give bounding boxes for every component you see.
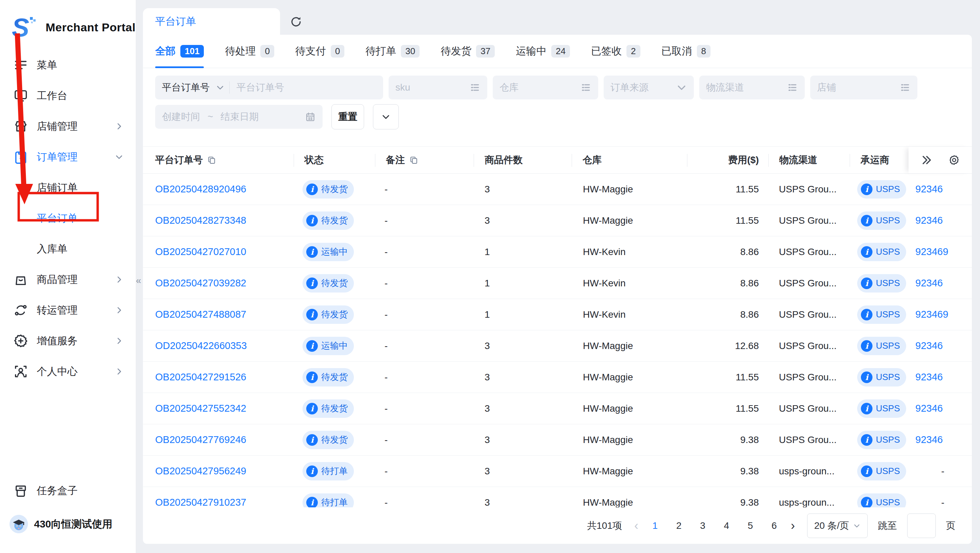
order-no-selector[interactable]: 平台订单号 [162,81,210,94]
field-divider [229,81,230,94]
sidebar-item-platform-orders[interactable]: 平台订单 [0,203,136,234]
tracking-link[interactable]: 92346 [915,215,943,226]
sidebar-item-inbound[interactable]: 入库单 [0,234,136,264]
sidebar-item-workbench[interactable]: 工作台 [0,80,136,111]
sidebar-item-menu[interactable]: 菜单 [0,50,136,80]
chevron-down-icon [115,153,124,161]
next-page-button[interactable]: › [789,520,797,532]
table-row: OB20250427291526 i 待发货 - 3 HW-Maggie 11.… [143,362,972,393]
logistics-channel-filter[interactable]: 物流渠道 [699,76,805,99]
page-number-3[interactable]: 3 [698,520,707,531]
filter-row-1: 平台订单号 平台订单号 sku 仓库 [155,76,959,99]
status-tab[interactable]: 全部 101 [155,35,204,68]
status-tab[interactable]: 待支付 0 [295,35,344,68]
order-no-link[interactable]: OD20250422660353 [155,340,247,351]
copy-icon[interactable] [207,155,216,165]
expand-filters-button[interactable] [373,104,399,129]
calendar-icon [305,112,316,122]
page-number-1[interactable]: 1 [651,520,659,531]
page-number-6[interactable]: 6 [770,520,778,531]
warehouse-filter[interactable]: 仓库 [493,76,598,99]
warehouse-cell: HW-Maggie [572,215,687,226]
jump-page-input[interactable] [907,513,936,538]
info-icon: i [861,340,872,352]
fee-cell: 9.38 [687,466,768,477]
order-no-link[interactable]: OB20250427488087 [155,309,247,320]
tracking-link[interactable]: 923469 [915,246,948,257]
tracking-link[interactable]: 92346 [915,403,943,414]
sidebar-nav: 菜单 工作台 店铺管理 订单管理 [0,41,136,387]
status-tab[interactable]: 运输中 24 [516,35,570,68]
sidebar-item-shop-orders[interactable]: 店铺订单 [0,172,136,203]
status-tab[interactable]: 已签收 2 [591,35,640,68]
sidebar-collapse-button[interactable]: « [134,272,143,289]
taskbox-icon [13,483,29,499]
expand-columns-icon[interactable] [920,154,932,166]
page-number-5[interactable]: 5 [746,520,755,531]
page-number-4[interactable]: 4 [722,520,731,531]
status-badge: i 待发货 [302,368,354,386]
status-tab[interactable]: 待处理 0 [225,35,274,68]
tracking-link[interactable]: 92346 [915,277,943,288]
info-icon: i [306,340,318,352]
copy-icon[interactable] [409,155,418,165]
page-size-select[interactable]: 20 条/页 [807,513,868,538]
badge-plus-icon [13,333,29,349]
sidebar-item-transfer-mgmt[interactable]: 转运管理 [0,295,136,325]
status-badge: i 运输中 [302,337,354,355]
sidebar-bottom: 任务盒子 430向恒测试使用 [0,475,136,533]
page-number-2[interactable]: 2 [675,520,683,531]
info-icon: i [861,277,872,289]
warehouse-cell: HW-Maggie [572,403,687,414]
jump-to-label: 跳至 [878,519,897,532]
date-range-filter[interactable]: 创建时间 ~ 结束日期 [155,105,323,129]
brand-logo-icon: S [10,14,37,41]
status-tab[interactable]: 待打单 30 [366,35,420,68]
info-icon: i [306,277,318,289]
order-source-filter[interactable]: 订单来源 [604,76,694,99]
sidebar-item-shop-mgmt[interactable]: 店铺管理 [0,111,136,142]
reset-button[interactable]: 重置 [331,104,364,129]
tracking-link[interactable]: 92346 [915,340,943,351]
sidebar-item-vas[interactable]: 增值服务 [0,325,136,356]
fee-cell: 11.55 [687,372,768,383]
gear-icon[interactable] [948,154,960,166]
order-no-link[interactable]: OB20250427769246 [155,434,247,445]
carrier-badge: i USPS [857,493,906,508]
list-icon [469,82,480,93]
order-no-link[interactable]: OB20250427027010 [155,246,247,257]
shop-filter[interactable]: 店铺 [810,76,917,99]
sidebar-item-goods-mgmt[interactable]: 商品管理 [0,264,136,295]
order-no-link[interactable]: OB20250428273348 [155,215,247,226]
tracking-link[interactable]: 923469 [915,309,948,320]
carrier-badge: i USPS [857,274,906,293]
sidebar-item-profile[interactable]: 个人中心 [0,356,136,387]
carrier-badge: i USPS [857,212,906,230]
chevron-right-icon [115,275,124,284]
order-no-link[interactable]: OB20250427910237 [155,497,247,507]
tracking-cell: 92346 [908,215,972,226]
page-tab-platform-orders[interactable]: 平台订单 [143,8,280,35]
prev-page-button[interactable]: ‹ [632,520,640,532]
user-row[interactable]: 430向恒测试使用 [0,506,136,533]
order-no-link[interactable]: OB20250427039282 [155,277,247,288]
tracking-link[interactable]: 92346 [915,183,943,194]
sidebar-item-order-mgmt[interactable]: 订单管理 [0,142,136,172]
order-no-input[interactable]: 平台订单号 [237,81,284,94]
order-no-link[interactable]: OB20250428920496 [155,183,247,194]
tracking-link[interactable]: 92346 [915,434,943,445]
status-tab[interactable]: 已取消 8 [662,35,711,68]
order-no-filter[interactable]: 平台订单号 平台订单号 [155,76,383,99]
order-no-link[interactable]: OB20250427291526 [155,371,247,382]
sidebar-item-taskbox[interactable]: 任务盒子 [0,475,136,506]
order-no-link[interactable]: OB20250427956249 [155,465,247,477]
sku-filter[interactable]: sku [388,76,487,99]
status-tab[interactable]: 待发货 37 [441,35,495,68]
tracking-link[interactable]: 92346 [915,371,943,382]
workbench-icon [13,88,29,104]
refresh-icon[interactable] [287,13,305,31]
order-no-link[interactable]: OB20250427552342 [155,403,247,414]
warehouse-cell: HW-Maggie [572,184,687,195]
info-icon: i [861,246,872,258]
table-row: OB20250427039282 i 待发货 - 1 HW-Kevin 8.86… [143,268,972,299]
